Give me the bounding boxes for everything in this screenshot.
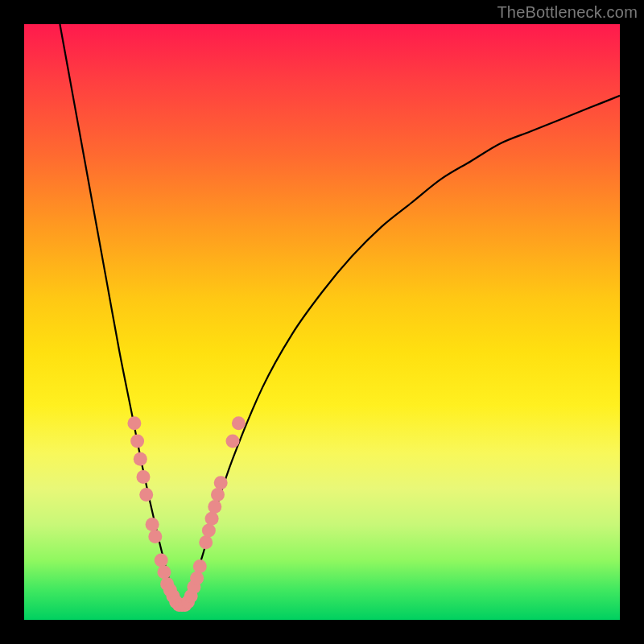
scatter-dot bbox=[214, 476, 228, 489]
scatter-dot bbox=[157, 565, 171, 579]
scatter-dot bbox=[130, 435, 144, 448]
scatter-dot bbox=[190, 572, 204, 585]
curve-path bbox=[60, 24, 620, 609]
scatter-dot bbox=[208, 500, 221, 514]
scatter-dot bbox=[226, 435, 240, 448]
scatter-dot bbox=[193, 559, 207, 573]
chart-frame: TheBottleneck.com bbox=[0, 0, 644, 644]
scatter-dot bbox=[127, 416, 141, 430]
scatter-dot bbox=[155, 554, 168, 568]
scatter-dot bbox=[211, 488, 225, 502]
watermark-text: TheBottleneck.com bbox=[497, 3, 638, 22]
scatter-dot bbox=[202, 524, 216, 538]
scatter-dot bbox=[134, 452, 147, 466]
scatter-dot bbox=[148, 530, 162, 543]
scatter-dot bbox=[139, 488, 153, 502]
scatter-points bbox=[127, 416, 246, 612]
scatter-dot bbox=[232, 416, 246, 430]
scatter-dot bbox=[205, 512, 219, 526]
chart-svg bbox=[24, 24, 620, 620]
scatter-dot bbox=[137, 470, 151, 484]
plot-area bbox=[24, 24, 620, 620]
bottleneck-curve bbox=[60, 24, 620, 609]
scatter-dot bbox=[199, 535, 213, 549]
scatter-dot bbox=[146, 518, 159, 531]
